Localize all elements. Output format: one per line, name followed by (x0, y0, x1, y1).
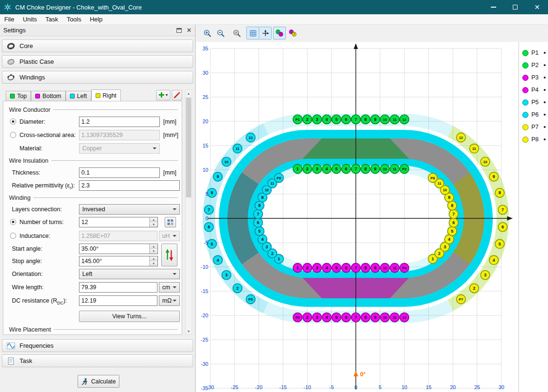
cross-section-label: Cross-sectional area: (20, 132, 76, 138)
section-plastic-case[interactable]: Plastic Case (2, 55, 193, 68)
dc-resistance-input[interactable] (79, 295, 157, 306)
start-angle-input[interactable] (79, 244, 158, 254)
legend-item-p3[interactable]: P3 (519, 71, 548, 84)
turns-distribution-button[interactable] (165, 217, 176, 227)
tab-winding-left[interactable]: Left (66, 91, 91, 101)
windings-icon (7, 73, 15, 82)
view-turns-button[interactable]: View Turns... (79, 311, 180, 322)
menu-tools[interactable]: Tools (62, 15, 85, 24)
inductance-radio[interactable] (10, 233, 16, 239)
zoom-in-button[interactable] (201, 27, 214, 39)
layers-connection-row: Layers connection: Inversed (3, 204, 182, 215)
spin-up-button[interactable]: ▲ (149, 217, 157, 222)
section-frequencies[interactable]: Frequencies (2, 339, 193, 352)
orientation-combo[interactable]: Left (79, 269, 180, 279)
close-button[interactable]: ✕ (526, 0, 548, 14)
svg-text:1: 1 (277, 30, 279, 33)
thickness-input[interactable] (79, 167, 160, 178)
legend-item-p8[interactable]: P8 (519, 133, 548, 146)
wire-length-input[interactable] (79, 282, 157, 293)
maximize-icon (513, 5, 518, 10)
legend-item-p4[interactable]: P4 (519, 84, 548, 96)
section-windings[interactable]: Windings (2, 71, 193, 84)
svg-text:4: 4 (325, 167, 328, 171)
legend-item-p1[interactable]: P1 (519, 47, 548, 59)
windings-scrollbar[interactable]: ▲ ▼ (185, 89, 192, 335)
menu-help[interactable]: Help (86, 15, 107, 24)
svg-text:2: 2 (236, 286, 239, 291)
settings-panel-title: Settings (3, 27, 26, 34)
scrollbar-thumb[interactable] (186, 98, 191, 197)
calculate-button[interactable]: Calculate (78, 375, 119, 388)
toggle-axes-button[interactable] (259, 27, 272, 39)
svg-text:11: 11 (393, 167, 397, 171)
zoom-out-button[interactable] (214, 27, 227, 39)
menu-file[interactable]: File (0, 15, 19, 24)
spin-up-button[interactable]: ▲ (149, 244, 157, 249)
svg-text:10: 10 (383, 167, 387, 171)
svg-text:8: 8 (451, 203, 453, 208)
chevron-down-icon (173, 208, 176, 212)
menu-units[interactable]: Units (19, 15, 41, 24)
scroll-down-icon[interactable]: ▼ (186, 328, 192, 334)
svg-text:4: 4 (325, 265, 328, 270)
svg-text:3: 3 (316, 167, 318, 171)
end-terminals-icon: 1 2 (289, 29, 297, 37)
svg-text:P6: P6 (277, 176, 281, 180)
cross-section-input (79, 130, 160, 140)
wire-length-unit-combo[interactable]: cm (159, 282, 180, 293)
scroll-up-icon[interactable]: ▲ (186, 90, 192, 97)
winding-color-swatch (10, 94, 15, 98)
legend-item-p7[interactable]: P7 (519, 121, 548, 133)
material-row: Material: Copper (3, 143, 182, 154)
section-task[interactable]: Task (2, 354, 193, 367)
spin-up-button[interactable]: ▲ (149, 256, 157, 261)
legend-item-p5[interactable]: P5 (519, 96, 548, 108)
permittivity-input[interactable] (79, 180, 180, 191)
remove-winding-button[interactable] (172, 90, 182, 100)
section-core[interactable]: Core (2, 39, 193, 52)
menu-task[interactable]: Task (41, 15, 63, 24)
section-plastic-case-label: Plastic Case (20, 58, 54, 65)
number-of-turns-radio[interactable] (10, 219, 16, 225)
maximize-button[interactable] (504, 0, 526, 14)
diameter-input[interactable] (79, 117, 160, 127)
start-terminals-icon: 1 2 (275, 29, 284, 37)
swap-angles-button[interactable] (161, 244, 177, 266)
zero-angle-marker: 0° (353, 371, 366, 378)
cross-section-radio[interactable] (10, 132, 16, 138)
spin-down-button[interactable]: ▼ (149, 261, 157, 266)
zoom-fit-button[interactable] (230, 27, 243, 39)
svg-text:5: 5 (211, 242, 213, 246)
tab-winding-top[interactable]: Top (6, 91, 31, 101)
float-panel-button[interactable] (176, 28, 182, 33)
stop-angle-row: Stop angle: ▲ ▼ (3, 256, 182, 266)
tab-winding-right[interactable]: Right (91, 89, 121, 101)
toggle-grid-button[interactable] (246, 27, 259, 39)
tab-winding-bottom[interactable]: Bottom (31, 91, 66, 101)
spin-down-button[interactable]: ▼ (149, 249, 157, 254)
dc-resistance-unit-combo[interactable]: mΩ (159, 295, 180, 306)
plot-canvas[interactable]: P1122334455667788991010111112P2P31223344… (198, 42, 519, 392)
start-angle-spinbox: ▲ ▼ (79, 244, 158, 254)
toggle-start-terminals-button[interactable]: 1 2 (273, 27, 286, 39)
legend-item-p6[interactable]: P6 (519, 108, 548, 121)
spin-down-button[interactable]: ▼ (149, 222, 157, 227)
number-of-turns-input[interactable] (79, 217, 158, 227)
thickness-row: Thickness: [mm] (3, 167, 182, 178)
close-panel-button[interactable]: ✕ (186, 27, 192, 33)
layers-connection-combo[interactable]: Inversed (79, 204, 180, 215)
diameter-radio[interactable] (10, 118, 16, 125)
orientation-row: Orientation: Left (3, 269, 182, 279)
add-winding-button[interactable] (156, 90, 170, 100)
stop-angle-input[interactable] (79, 256, 158, 266)
diameter-label: Diameter: (20, 118, 45, 125)
toggle-end-terminals-button[interactable]: 1 2 (286, 27, 299, 39)
app-window: CM Choke Designer - Choke_with_Oval_Core… (0, 0, 548, 392)
turns-distribution-icon (167, 219, 174, 225)
legend-marker (522, 75, 528, 81)
svg-text:10: 10 (483, 160, 487, 164)
svg-text:8: 8 (364, 265, 367, 270)
legend-item-p2[interactable]: P2 (519, 59, 548, 71)
minimize-button[interactable] (482, 0, 504, 14)
